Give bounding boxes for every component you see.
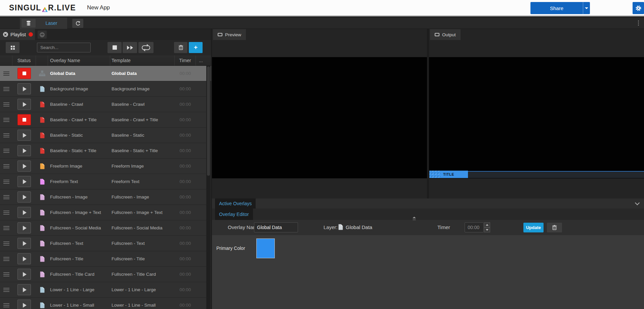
add-tab-button[interactable] (38, 31, 47, 39)
playlist-row[interactable]: Fullscreen - Title Fullscreen - Title 00… (0, 251, 211, 267)
play-stop-button[interactable] (17, 269, 31, 280)
template-cell: Fullscreen - Title (110, 256, 175, 261)
playlist-row[interactable]: Fullscreen - Title Card Fullscreen - Tit… (0, 267, 211, 282)
drag-handle[interactable] (0, 288, 12, 292)
play-stop-button[interactable] (17, 68, 31, 79)
playlist-row[interactable]: Fullscreen - Image Fullscreen - Image 00… (0, 189, 211, 205)
skip-next-button[interactable] (123, 42, 137, 53)
tab-playlist[interactable]: Playlist (0, 29, 35, 40)
tab-overlay-editor[interactable]: Overlay Editor (215, 209, 253, 220)
loop-playlist-button[interactable] (138, 42, 154, 53)
timer-increment-button[interactable] (484, 222, 490, 227)
tab-active-overlays[interactable]: Active Overlays (215, 198, 256, 209)
overlay-name-input[interactable] (254, 222, 298, 232)
plus-circle-icon (40, 32, 45, 37)
template-cell: Global Data (110, 71, 175, 76)
trash-icon (552, 225, 557, 230)
drag-handle[interactable] (0, 149, 12, 153)
scrollbar-thumb[interactable] (207, 67, 210, 176)
column-header-icon (36, 55, 48, 65)
column-header-template[interactable]: Template (110, 55, 175, 65)
playlist-row[interactable]: Global Data Global Data 00:00 (0, 66, 211, 81)
play-stop-button[interactable] (17, 253, 31, 264)
drag-handle-icon (3, 118, 9, 122)
drag-handle[interactable] (0, 118, 12, 122)
playlist-scrollbar[interactable] (206, 66, 211, 309)
file-icon (40, 117, 45, 123)
playlist-row[interactable]: Background Image Background Image 00:00 (0, 81, 211, 97)
delete-overlay-button[interactable] (174, 42, 187, 53)
playlist-row[interactable]: Baseline - Crawl Baseline - Crawl 00:00 (0, 97, 211, 112)
tab-output[interactable]: Output (430, 29, 461, 40)
playlist-row[interactable]: Freeform Image Freeform Image 00:00 (0, 159, 211, 174)
refresh-button[interactable] (72, 19, 83, 28)
play-stop-button[interactable] (17, 114, 31, 125)
play-stop-button[interactable] (17, 83, 31, 94)
playlist-panel: Playlist (0, 29, 211, 309)
play-stop-button[interactable] (17, 284, 31, 295)
playlist-row[interactable]: Baseline - Crawl + Title Baseline - Craw… (0, 112, 211, 128)
stop-all-button[interactable] (108, 42, 122, 53)
overlay-name-cell: Background Image (48, 86, 110, 91)
drag-handle[interactable] (0, 164, 12, 168)
play-stop-button[interactable] (17, 176, 31, 187)
add-overlay-button[interactable]: + (189, 42, 203, 53)
playlist-row[interactable]: Baseline - Static Baseline - Static 00:0… (0, 128, 211, 143)
chevron-down-icon[interactable] (635, 201, 639, 205)
play-stop-button[interactable] (17, 300, 31, 309)
playlist-row[interactable]: Fullscreen - Social Media Fullscreen - S… (0, 220, 211, 236)
overlay-type-icon (36, 194, 48, 200)
playlist-row[interactable]: Lower - 1 Line - Large Lower - 1 Line - … (0, 282, 211, 298)
close-tab-icon[interactable] (3, 32, 8, 37)
share-button[interactable]: Share (530, 2, 583, 14)
column-header-timer[interactable]: Timer (175, 55, 196, 65)
template-cell: Baseline - Static + Title (110, 148, 175, 153)
drag-handle[interactable] (0, 180, 12, 184)
tab-laser[interactable]: Laser (20, 17, 67, 29)
play-stop-button[interactable] (17, 161, 31, 172)
play-icon (23, 288, 27, 292)
update-button[interactable]: Update (523, 223, 544, 232)
drag-handle[interactable] (0, 257, 12, 261)
primary-color-swatch[interactable] (256, 238, 275, 258)
template-cell: Fullscreen - Title Card (110, 272, 175, 277)
settings-button[interactable] (633, 2, 644, 14)
column-header-overlay-name[interactable]: Overlay Name (48, 55, 110, 65)
play-stop-button[interactable] (17, 207, 31, 218)
caret-down-icon (585, 7, 588, 9)
column-header-status[interactable]: Status (12, 55, 36, 65)
drag-handle[interactable] (0, 241, 12, 246)
drag-handle[interactable] (0, 272, 12, 276)
playlist-row[interactable]: Fullscreen - Text Fullscreen - Text 00:0… (0, 236, 211, 251)
playlist-row[interactable]: Lower - 1 Line - Small Lower - 1 Line - … (0, 298, 211, 309)
more-options-kebab-icon[interactable] (638, 20, 639, 26)
play-stop-button[interactable] (17, 222, 31, 233)
drag-handle[interactable] (0, 211, 12, 215)
refresh-icon (75, 21, 81, 26)
overlay-type-icon (36, 225, 48, 231)
play-stop-button[interactable] (17, 238, 31, 249)
playlist-row[interactable]: Freeform Text Freeform Text 00:00 (0, 174, 211, 189)
timer-decrement-button[interactable] (484, 227, 490, 232)
layout-grid-button[interactable] (6, 42, 19, 53)
drag-handle[interactable] (0, 87, 12, 91)
play-icon (23, 272, 27, 277)
play-stop-button[interactable] (17, 130, 31, 141)
playlist-row[interactable]: Baseline - Static + Title Baseline - Sta… (0, 143, 211, 159)
timer-input[interactable] (465, 222, 484, 232)
delete-overlay-editor-button[interactable] (547, 223, 562, 232)
drag-handle[interactable] (0, 133, 12, 137)
playlist-row[interactable]: Fullscreen - Image + Text Fullscreen - I… (0, 205, 211, 220)
drag-handle[interactable] (0, 195, 12, 199)
play-stop-button[interactable] (17, 99, 31, 110)
column-header-more[interactable]: ... (196, 55, 206, 65)
share-dropdown-button[interactable] (583, 2, 590, 14)
play-stop-button[interactable] (17, 145, 31, 156)
drag-handle[interactable] (0, 102, 12, 106)
play-stop-button[interactable] (17, 191, 31, 203)
search-input[interactable] (37, 43, 91, 52)
tab-preview[interactable]: Preview (213, 29, 246, 40)
drag-handle[interactable] (0, 226, 12, 230)
drag-handle[interactable] (0, 303, 12, 307)
drag-handle[interactable] (0, 72, 12, 76)
